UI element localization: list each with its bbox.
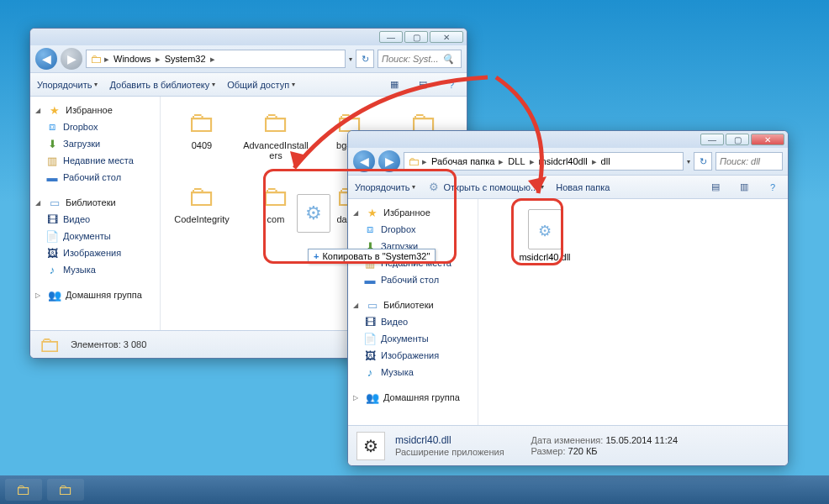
folder-item[interactable]: 🗀AdvancedInstallers xyxy=(243,105,309,174)
organize-menu[interactable]: Упорядочить▾ xyxy=(355,182,415,192)
label: Новая папка xyxy=(556,182,610,192)
folder-item[interactable]: 🗀CodeIntegrity xyxy=(169,179,235,248)
content-pane[interactable]: ⚙ msidcrl40.dll xyxy=(478,199,788,425)
libraries-header[interactable]: ◢▭Библиотеки xyxy=(351,297,474,313)
file-item-dll[interactable]: ⚙ msidcrl40.dll xyxy=(512,209,578,262)
toolbar: Упорядочить▾ ⚙Открыть с помощью...▾ Нова… xyxy=(348,176,788,199)
details-filename: msidcrl40.dll xyxy=(395,434,504,446)
maximize-button[interactable]: ▢ xyxy=(404,31,428,43)
minimize-button[interactable]: — xyxy=(379,31,403,43)
close-button[interactable]: ✕ xyxy=(751,134,784,145)
sidebar-item-documents[interactable]: 📄Документы xyxy=(351,330,474,347)
sidebar-item-documents[interactable]: 📄Документы xyxy=(34,228,156,244)
homegroup-header[interactable]: ▷👥Домашняя группа xyxy=(351,389,474,406)
homegroup-header[interactable]: ▷👥Домашняя группа xyxy=(34,286,156,303)
dropdown-icon[interactable]: ▾ xyxy=(349,55,352,63)
sidebar-item-desktop[interactable]: ▬Рабочий стол xyxy=(351,271,474,288)
dropbox-icon: ⧈ xyxy=(363,223,377,236)
status-label: Элементов: xyxy=(71,339,121,349)
chevron-down-icon: ▾ xyxy=(541,183,544,191)
label: Упорядочить xyxy=(37,80,92,90)
sidebar-item-downloads[interactable]: ⬇Загрузки xyxy=(34,135,156,152)
slideshow-icon[interactable]: ▦ xyxy=(386,76,403,93)
address-bar[interactable]: 🗀 ▸ Рабочая папка ▸ DLL ▸ msidcrl40dll ▸… xyxy=(404,152,684,171)
chevron-down-icon: ▾ xyxy=(212,81,215,88)
new-folder-button[interactable]: Новая папка xyxy=(556,182,610,192)
breadcrumb-seg[interactable]: System32 xyxy=(163,54,208,64)
collapse-icon: ◢ xyxy=(35,107,44,114)
refresh-button[interactable]: ↻ xyxy=(694,152,712,171)
label: Рабочий стол xyxy=(381,275,439,285)
sidebar-item-music[interactable]: ♪Музыка xyxy=(351,364,474,381)
label: Видео xyxy=(63,214,90,224)
minimize-button[interactable]: — xyxy=(700,134,724,145)
star-icon: ★ xyxy=(366,206,379,219)
sidebar-item-images[interactable]: 🖼Изображения xyxy=(351,347,474,364)
breadcrumb-seg[interactable]: dll xyxy=(599,156,612,166)
search-input[interactable]: Поиск: dll xyxy=(715,152,783,171)
breadcrumb-seg[interactable]: msidcrl40dll xyxy=(537,156,589,166)
favorites-header[interactable]: ◢★Избранное xyxy=(351,204,474,221)
sidebar-item-desktop[interactable]: ▬Рабочий стол xyxy=(34,169,156,186)
organize-menu[interactable]: Упорядочить▾ xyxy=(37,80,98,90)
add-to-library-menu[interactable]: Добавить в библиотеку▾ xyxy=(109,80,215,90)
dropdown-icon[interactable]: ▾ xyxy=(687,158,690,165)
folder-label: AdvancedInstallers xyxy=(243,140,309,160)
help-icon[interactable]: ? xyxy=(764,179,781,196)
forward-button[interactable]: ▶ xyxy=(378,150,400,172)
details-size-label: Размер: xyxy=(531,446,566,456)
taskbar-item[interactable]: 🗀 xyxy=(47,479,84,501)
documents-icon: 📄 xyxy=(45,229,59,243)
sidebar-item-dropbox[interactable]: ⧈Dropbox xyxy=(34,118,156,135)
sidebar-item-images[interactable]: 🖼Изображения xyxy=(34,244,156,261)
view-options-icon[interactable]: ▤ xyxy=(707,179,724,196)
folder-label: com xyxy=(267,214,285,224)
chevron-down-icon: ▾ xyxy=(412,183,415,191)
music-icon: ♪ xyxy=(363,365,377,379)
folder-icon: 🗀 xyxy=(182,105,222,139)
breadcrumb-seg[interactable]: Windows xyxy=(112,54,153,64)
search-input[interactable]: Поиск: Syst... 🔍 xyxy=(378,50,462,68)
taskbar-item[interactable]: 🗀 xyxy=(5,479,42,501)
label: Изображения xyxy=(63,248,121,258)
toolbar: Упорядочить▾ Добавить в библиотеку▾ Общи… xyxy=(30,73,467,97)
titlebar[interactable]: — ▢ ✕ xyxy=(348,131,788,148)
maximize-button[interactable]: ▢ xyxy=(726,134,749,145)
favorites-header[interactable]: ◢★Избранное xyxy=(34,102,156,118)
collapse-icon: ◢ xyxy=(35,199,44,207)
share-menu[interactable]: Общий доступ▾ xyxy=(227,80,295,90)
file-icon: ⚙ xyxy=(356,432,385,460)
label: Общий доступ xyxy=(227,80,289,90)
back-button[interactable]: ◀ xyxy=(353,150,375,172)
label: Документы xyxy=(381,333,429,344)
explorer-window-dll: — ▢ ✕ ◀ ▶ 🗀 ▸ Рабочая папка ▸ DLL ▸ msid… xyxy=(347,130,789,466)
chevron-right-icon: ▸ xyxy=(156,54,161,65)
search-placeholder: Поиск: dll xyxy=(720,156,760,166)
sidebar-item-video[interactable]: 🎞Видео xyxy=(34,211,156,228)
address-bar[interactable]: 🗀 ▸ Windows ▸ System32 ▸ xyxy=(86,50,346,68)
label: Избранное xyxy=(383,207,430,218)
help-icon[interactable]: ? xyxy=(443,76,460,93)
nav-pane: ◢★Избранное ⧈Dropbox ⬇Загрузки ▥Недавние… xyxy=(30,97,161,330)
label: Недавние места xyxy=(63,155,134,165)
sidebar-item-recent[interactable]: ▥Недавние места xyxy=(34,152,156,169)
breadcrumb-seg[interactable]: DLL xyxy=(506,156,526,166)
gear-icon: ⚙ xyxy=(305,202,322,224)
breadcrumb-seg[interactable]: Рабочая папка xyxy=(430,156,496,166)
titlebar[interactable]: — ▢ ✕ xyxy=(30,29,467,45)
folder-item[interactable]: 🗀0409 xyxy=(169,105,235,174)
close-button[interactable]: ✕ xyxy=(430,31,463,43)
label: Библиотеки xyxy=(383,300,434,310)
view-options-icon[interactable]: ▤ xyxy=(414,76,431,93)
file-icon: ⚙ xyxy=(528,209,562,249)
sidebar-item-music[interactable]: ♪Музыка xyxy=(34,261,156,278)
open-with-menu[interactable]: ⚙Открыть с помощью...▾ xyxy=(427,181,544,194)
taskbar[interactable]: 🗀 🗀 xyxy=(0,475,829,504)
forward-button[interactable]: ▶ xyxy=(61,48,82,70)
refresh-button[interactable]: ↻ xyxy=(356,50,374,68)
preview-pane-icon[interactable]: ▥ xyxy=(736,179,752,196)
libraries-header[interactable]: ◢▭Библиотеки xyxy=(34,194,156,211)
back-button[interactable]: ◀ xyxy=(35,48,57,70)
sidebar-item-dropbox[interactable]: ⧈Dropbox xyxy=(351,221,474,238)
sidebar-item-video[interactable]: 🎞Видео xyxy=(351,313,474,330)
